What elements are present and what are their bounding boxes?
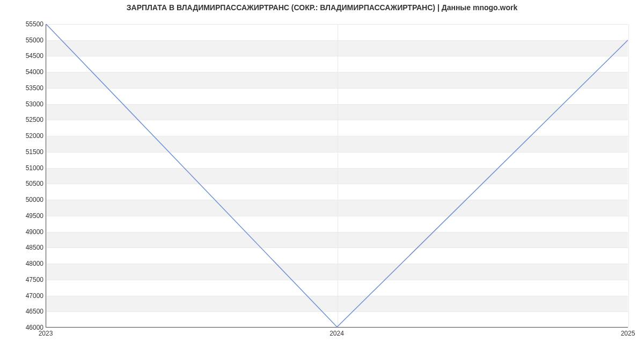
plot-area [46, 24, 628, 328]
y-tick-label: 51000 [3, 164, 43, 172]
x-axis: 202320242025 [46, 328, 628, 344]
data-line [46, 24, 628, 327]
y-tick-label: 50500 [3, 180, 43, 187]
y-tick-label: 54500 [3, 52, 43, 60]
y-tick-label: 49000 [3, 228, 43, 236]
x-tick-label: 2025 [621, 330, 635, 337]
y-tick-label: 54000 [3, 68, 43, 76]
gridline-v [628, 24, 629, 327]
y-tick-label: 53000 [3, 100, 43, 108]
chart-container: ЗАРПЛАТА В ВЛАДИМИРПАССАЖИРТРАНС (СОКР.:… [0, 0, 644, 349]
y-tick-label: 52500 [3, 116, 43, 123]
y-tick-label: 46500 [3, 308, 43, 315]
y-tick-label: 46000 [3, 324, 43, 331]
y-tick-label: 55000 [3, 37, 43, 44]
y-axis: 4600046500470004750048000485004900049500… [0, 24, 46, 328]
y-tick-label: 50000 [3, 196, 43, 203]
y-tick-label: 55500 [3, 20, 43, 28]
x-tick-label: 2024 [330, 330, 344, 337]
y-tick-label: 52000 [3, 132, 43, 140]
y-tick-label: 47500 [3, 276, 43, 283]
y-tick-label: 51500 [3, 148, 43, 156]
y-tick-label: 49500 [3, 212, 43, 220]
y-tick-label: 48500 [3, 244, 43, 251]
line-series [46, 24, 628, 327]
y-tick-label: 48000 [3, 260, 43, 267]
x-tick-label: 2023 [39, 330, 53, 337]
y-tick-label: 47000 [3, 292, 43, 300]
chart-title: ЗАРПЛАТА В ВЛАДИМИРПАССАЖИРТРАНС (СОКР.:… [0, 3, 644, 12]
y-tick-label: 53500 [3, 84, 43, 92]
